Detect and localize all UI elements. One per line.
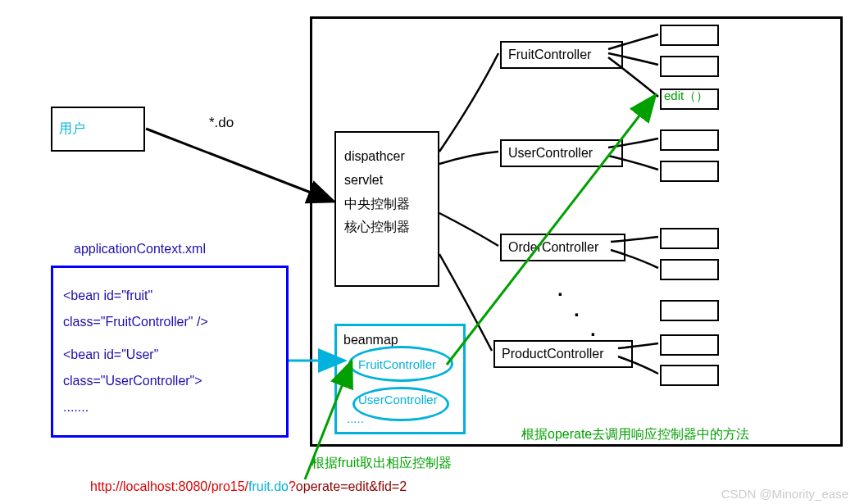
ellipse-2 (352, 387, 449, 421)
dot3: · (590, 323, 596, 346)
product-controller-label: ProductController (502, 347, 604, 361)
annotation-2: 根据operate去调用响应控制器中的方法 (521, 426, 749, 443)
xml-line5: ....... (63, 394, 276, 420)
url-part3: ? (289, 479, 296, 493)
do-label: *.do (209, 115, 234, 131)
url-part2: fruit.do (248, 479, 289, 493)
annotation-1: 根据fruit取出相应控制器 (312, 455, 452, 472)
fruit-controller-box: FruitController (500, 41, 623, 69)
edit-method-label: edit（） (664, 89, 708, 104)
small-box-7 (660, 259, 719, 280)
order-controller-box: OrderController (500, 234, 625, 261)
small-box-8 (660, 300, 719, 321)
xml-line3: <bean id="User" (63, 342, 276, 368)
order-controller-label: OrderController (508, 240, 598, 254)
small-box-2 (660, 56, 719, 77)
watermark: CSDN @Minority_ease (721, 487, 848, 501)
small-box-1 (660, 25, 719, 46)
small-box-6 (660, 228, 719, 249)
small-box-10 (660, 365, 719, 386)
xml-line1: <bean id="fruit" (63, 283, 276, 309)
dispatcher-line3: 中央控制器 (344, 193, 430, 216)
ellipse-1 (348, 346, 453, 382)
xml-line4: class="UserController"> (63, 368, 276, 394)
xml-box: <bean id="fruit" class="FruitController"… (51, 266, 289, 438)
url-text: http://localhost:8080/pro15/fruit.do?ope… (90, 479, 407, 494)
user-label: 用户 (59, 121, 85, 135)
dispatcher-line1: dispathcer (344, 145, 430, 169)
xml-title: applicationContext.xml (74, 242, 206, 257)
xml-line2: class="FruitController" /> (63, 309, 276, 335)
user-controller-box: UserController (500, 139, 623, 167)
small-box-5 (660, 161, 719, 182)
product-controller-box: ProductController (493, 340, 633, 368)
dispatcher-box: dispathcer servlet 中央控制器 核心控制器 (334, 131, 439, 287)
dot2: · (574, 303, 580, 326)
svg-line-0 (146, 129, 332, 201)
dispatcher-line2: servlet (344, 169, 430, 193)
user-box: 用户 (51, 107, 145, 152)
dot1: · (557, 283, 563, 306)
url-part1: http://localhost:8080/pro15/ (90, 479, 248, 493)
url-part4: operate=edit&fid=2 (296, 479, 407, 493)
fruit-controller-label: FruitController (508, 48, 591, 61)
small-box-4 (660, 129, 719, 151)
small-box-9 (660, 334, 719, 356)
user-controller-label: UserController (508, 146, 593, 160)
dispatcher-line4: 核心控制器 (344, 216, 430, 239)
